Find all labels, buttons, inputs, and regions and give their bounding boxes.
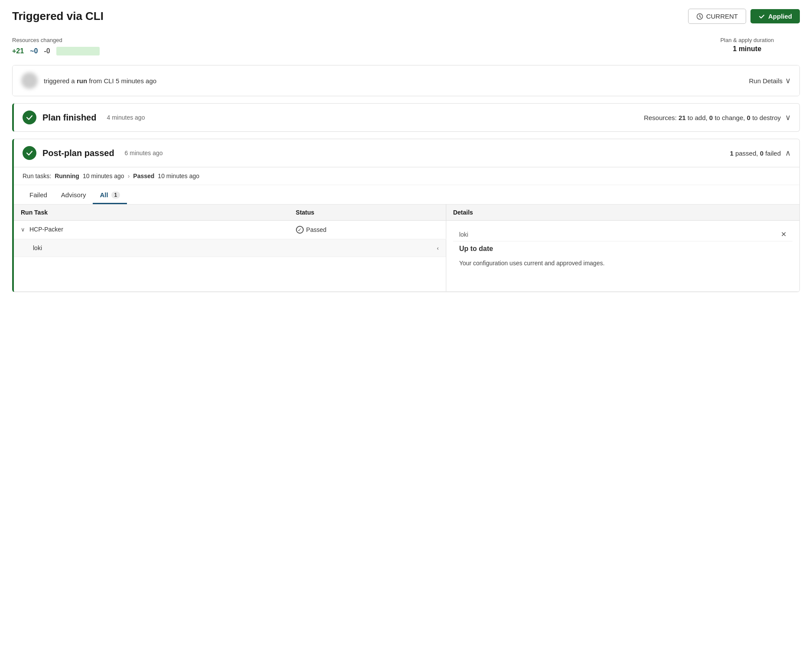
status-passed: ✓ Passed	[296, 226, 439, 234]
resource-bar	[56, 47, 100, 55]
status-circle-icon: ✓	[296, 226, 304, 234]
run-table: Run Task Status Details ∨ HCP-Packer ✓ P…	[14, 204, 799, 292]
all-count-badge: 1	[111, 192, 120, 199]
trigger-left: triggered a run from CLI 5 minutes ago	[21, 72, 156, 89]
check-icon	[758, 13, 765, 20]
post-plan-header: Post-plan passed 6 minutes ago 1 passed,…	[14, 139, 799, 167]
tab-failed[interactable]: Failed	[23, 185, 54, 204]
details-title: Up to date	[453, 241, 793, 254]
col-status-header: Status	[289, 205, 446, 221]
run-details-label: Run Details	[749, 77, 783, 85]
subtask-collapse-icon[interactable]: ‹	[437, 245, 438, 251]
subtask-cell: loki ‹	[14, 239, 446, 257]
close-icon[interactable]: ✕	[781, 230, 786, 238]
task-name-cell: ∨ HCP-Packer	[14, 221, 289, 239]
res-destroy: -0	[44, 47, 50, 55]
checkmark-svg2	[26, 149, 33, 157]
subtask-name: loki	[33, 244, 42, 251]
resources-values: +21 ~0 -0	[12, 47, 100, 55]
plan-finished-header: Plan finished 4 minutes ago Resources: 2…	[14, 104, 799, 131]
plan-finished-card: Plan finished 4 minutes ago Resources: 2…	[12, 103, 800, 132]
post-plan-summary: 1 passed, 0 failed	[730, 150, 781, 157]
passed-label: Passed	[133, 173, 154, 179]
running-label: Running	[55, 173, 79, 179]
page-header: Triggered via CLI CURRENT Applied	[12, 9, 800, 24]
applied-button[interactable]: Applied	[750, 9, 800, 23]
passed-time: 10 minutes ago	[158, 173, 199, 179]
resources-changed: Resources changed +21 ~0 -0	[12, 37, 100, 55]
trigger-before: triggered a	[44, 77, 75, 85]
tab-all[interactable]: All 1	[93, 185, 127, 204]
trigger-text: triggered a run from CLI 5 minutes ago	[44, 77, 156, 85]
res-add: +21	[12, 47, 24, 55]
trigger-row: triggered a run from CLI 5 minutes ago R…	[13, 65, 799, 96]
resources-label: Resources changed	[12, 37, 100, 43]
details-name: loki	[459, 231, 468, 238]
plan-finished-title: Plan finished	[42, 113, 96, 123]
post-plan-check-icon	[23, 146, 36, 160]
page-title: Triggered via CLI	[12, 10, 104, 23]
header-buttons: CURRENT Applied	[688, 9, 800, 24]
task-status-cell: ✓ Passed	[289, 221, 446, 239]
clock-icon	[696, 13, 703, 20]
task-expand-icon[interactable]: ∨	[21, 226, 25, 233]
post-plan-left: Post-plan passed 6 minutes ago	[23, 146, 163, 160]
status-label: Passed	[306, 226, 327, 233]
running-time: 10 minutes ago	[83, 173, 124, 179]
details-panel: loki ✕ Up to date Your configuration use…	[446, 221, 799, 292]
table-header-row: Run Task Status Details	[14, 205, 799, 221]
tab-advisory[interactable]: Advisory	[54, 185, 93, 204]
post-plan-time: 6 minutes ago	[125, 150, 163, 156]
task-name: HCP-Packer	[29, 226, 63, 233]
post-plan-chevron-up-icon[interactable]: ∧	[785, 148, 791, 158]
run-tasks-bar: Run tasks: Running 10 minutes ago › Pass…	[14, 167, 799, 185]
current-label: CURRENT	[706, 13, 738, 20]
post-plan-title: Post-plan passed	[42, 148, 114, 158]
tabs-area: Failed Advisory All 1	[14, 185, 799, 204]
details-header: loki ✕	[453, 226, 793, 241]
col-details-header: Details	[446, 205, 799, 221]
details-body: Your configuration uses current and appr…	[453, 254, 793, 272]
plan-resources-summary: Resources: 21 to add, 0 to change, 0 to …	[644, 114, 781, 121]
plan-chevron-down-icon[interactable]: ∨	[785, 113, 791, 122]
plan-check-icon	[23, 111, 36, 124]
applied-label: Applied	[768, 13, 792, 20]
col-task-header: Run Task	[14, 205, 289, 221]
post-plan-right: 1 passed, 0 failed ∧	[730, 148, 791, 158]
plan-finished-time: 4 minutes ago	[107, 114, 145, 121]
plan-duration: Plan & apply duration 1 minute	[720, 37, 774, 53]
run-tasks-label: Run tasks:	[23, 173, 51, 179]
plan-finished-right: Resources: 21 to add, 0 to change, 0 to …	[644, 113, 791, 122]
trigger-after: from CLI 5 minutes ago	[89, 77, 156, 85]
trigger-bold: run	[77, 77, 87, 85]
stats-area: Resources changed +21 ~0 -0 Plan & apply…	[12, 37, 800, 55]
trigger-card: triggered a run from CLI 5 minutes ago R…	[12, 65, 800, 96]
avatar	[21, 72, 38, 89]
post-plan-card: Post-plan passed 6 minutes ago 1 passed,…	[12, 139, 800, 292]
plan-finished-left: Plan finished 4 minutes ago	[23, 111, 145, 124]
run-details-button[interactable]: Run Details ∨	[749, 76, 791, 85]
res-change: ~0	[30, 47, 38, 55]
current-button[interactable]: CURRENT	[688, 9, 746, 24]
chevron-down-icon: ∨	[785, 76, 791, 85]
duration-label: Plan & apply duration	[720, 37, 774, 43]
arrow-icon: ›	[128, 173, 130, 179]
checkmark-svg	[26, 114, 33, 121]
table-row: ∨ HCP-Packer ✓ Passed loki ✕	[14, 221, 799, 239]
duration-value: 1 minute	[720, 45, 774, 53]
